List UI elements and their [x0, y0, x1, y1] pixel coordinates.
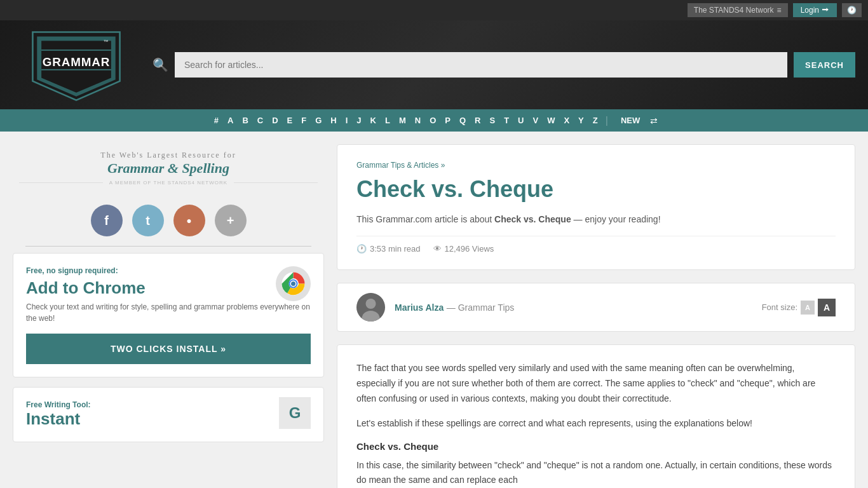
alpha-link-e[interactable]: E	[283, 114, 297, 126]
body-paragraph-2: Let's establish if these spellings are c…	[356, 416, 836, 431]
article-title: Check vs. Cheque	[356, 176, 836, 203]
plus-icon: +	[227, 214, 234, 228]
article-meta: 🕐 3:53 min read 👁 12,496 Views	[356, 236, 836, 254]
network-button[interactable]: The STANDS4 Network ≡	[688, 3, 788, 17]
alpha-nav: # A B C D E F G H I J K L M N O P Q R S …	[0, 109, 868, 132]
search-area: 🔍 SEARCH	[153, 52, 855, 78]
search-icon: 🔍	[153, 57, 168, 72]
svg-text:™: ™	[104, 39, 109, 44]
history-button[interactable]: 🕐	[842, 3, 862, 17]
alpha-link-u[interactable]: U	[514, 114, 527, 126]
read-time: 🕐 3:53 min read	[356, 244, 421, 254]
alpha-link-j[interactable]: J	[353, 114, 365, 126]
clock-icon: 🕐	[847, 6, 857, 15]
alpha-link-b[interactable]: B	[238, 114, 252, 126]
network-label: The STANDS4 Network	[694, 6, 774, 15]
chrome-card-description: Check your text and writing for style, s…	[26, 301, 311, 324]
alpha-link-q[interactable]: Q	[456, 114, 470, 126]
reddit-icon: ●	[186, 215, 191, 226]
alpha-link-c[interactable]: C	[254, 114, 267, 126]
alpha-link-v[interactable]: V	[529, 114, 542, 126]
main-layout: The Web's Largest Resource for Grammar &…	[0, 132, 868, 488]
alpha-link-a[interactable]: A	[224, 114, 237, 126]
sidebar: The Web's Largest Resource for Grammar &…	[13, 144, 337, 488]
font-decrease-button[interactable]: A	[801, 301, 815, 315]
author-name: Marius Alza	[395, 302, 444, 313]
author-info: Marius Alza — Grammar Tips	[356, 293, 514, 322]
writing-tool-icon: G	[279, 397, 311, 429]
alpha-link-g[interactable]: G	[311, 114, 325, 126]
svg-rect-6	[41, 50, 111, 51]
tagline-top: The Web's Largest Resource for	[13, 151, 324, 160]
body-paragraph-1: The fact that you see words spelled very…	[356, 361, 836, 406]
alpha-link-i[interactable]: I	[342, 114, 352, 126]
alpha-link-m[interactable]: M	[395, 114, 410, 126]
svg-point-13	[366, 299, 376, 309]
font-size-label: Font size:	[762, 302, 797, 312]
alpha-link-d[interactable]: D	[268, 114, 281, 126]
font-increase-button[interactable]: A	[818, 299, 836, 316]
author-dash: —	[447, 302, 458, 313]
author-avatar	[356, 293, 385, 322]
alpha-link-l[interactable]: L	[381, 114, 394, 126]
header: ™ GRAMMAR 🔍 SEARCH	[0, 20, 868, 109]
menu-icon: ≡	[777, 6, 782, 15]
alpha-new-link[interactable]: NEW	[617, 114, 644, 126]
alpha-link-w[interactable]: W	[543, 114, 559, 126]
breadcrumb: Grammar Tips & Articles »	[356, 161, 836, 170]
content-area: Grammar Tips & Articles » Check vs. Cheq…	[337, 144, 855, 488]
body-heading: Check vs. Cheque	[356, 441, 836, 452]
alpha-link-f[interactable]: F	[297, 114, 310, 126]
author-details: Marius Alza — Grammar Tips	[395, 302, 514, 313]
writing-tool-label: Free Writing Tool:	[26, 400, 311, 409]
writing-tool-card: Free Writing Tool: Instant G	[13, 387, 324, 442]
alpha-link-p[interactable]: P	[441, 114, 454, 126]
article-body: The fact that you see words spelled very…	[337, 344, 855, 488]
login-button[interactable]: Login ⮕	[793, 3, 837, 17]
twitter-button[interactable]: t	[132, 205, 164, 236]
clock-icon: 🕐	[356, 244, 367, 254]
chrome-card-free-label: Free, no signup required:	[26, 266, 311, 275]
reddit-button[interactable]: ●	[173, 205, 205, 236]
alpha-link-o[interactable]: O	[426, 114, 440, 126]
alpha-link-s[interactable]: S	[485, 114, 499, 126]
login-icon: ⮕	[822, 6, 829, 15]
alpha-link-y[interactable]: Y	[574, 114, 588, 126]
alpha-link-k[interactable]: K	[367, 114, 380, 126]
install-button[interactable]: TWO CLICKS INSTALL »	[26, 334, 311, 364]
svg-text:GRAMMAR: GRAMMAR	[43, 55, 110, 69]
font-size-controls: Font size: A A	[762, 299, 836, 316]
alpha-link-x[interactable]: X	[560, 114, 573, 126]
svg-rect-5	[41, 69, 111, 71]
breadcrumb-link[interactable]: Grammar Tips & Articles »	[356, 161, 445, 170]
chrome-logo	[276, 266, 311, 301]
share-button[interactable]: +	[215, 205, 247, 236]
article-intro: This Grammar.com article is about Check …	[356, 212, 836, 226]
grammar-logo: ™ GRAMMAR	[13, 27, 140, 103]
top-bar: The STANDS4 Network ≡ Login ⮕ 🕐	[0, 0, 868, 20]
chrome-extension-card: Free, no signup required: Add to Chrome …	[13, 253, 324, 377]
alpha-link-z[interactable]: Z	[589, 114, 602, 126]
facebook-icon: f	[104, 214, 109, 228]
twitter-icon: t	[146, 214, 150, 228]
tagline-divider: A MEMBER OF THE STANDS4 NETWORK	[13, 180, 324, 186]
view-count: 👁 12,496 Views	[433, 244, 494, 254]
avatar-image	[356, 293, 385, 322]
author-section: Marius Alza — Grammar Tips Font size: A …	[337, 283, 855, 332]
search-button[interactable]: SEARCH	[794, 52, 855, 78]
body-paragraph-3: In this case, the similarity between "ch…	[356, 458, 836, 488]
facebook-button[interactable]: f	[91, 205, 123, 236]
writing-tool-title: Instant G	[26, 409, 311, 429]
alpha-link-hash[interactable]: #	[210, 114, 222, 126]
alpha-link-t[interactable]: T	[500, 114, 513, 126]
alpha-link-r[interactable]: R	[471, 114, 484, 126]
search-input[interactable]	[175, 52, 787, 78]
sidebar-tagline: The Web's Largest Resource for Grammar &…	[13, 144, 324, 195]
alpha-link-h[interactable]: H	[327, 114, 340, 126]
article-header-card: Grammar Tips & Articles » Check vs. Cheq…	[337, 144, 855, 270]
alpha-link-n[interactable]: N	[411, 114, 424, 126]
svg-point-11	[291, 281, 295, 286]
shuffle-icon[interactable]: ⇄	[650, 116, 658, 126]
eye-icon: 👁	[433, 244, 442, 254]
logo-container: ™ GRAMMAR	[13, 27, 140, 103]
